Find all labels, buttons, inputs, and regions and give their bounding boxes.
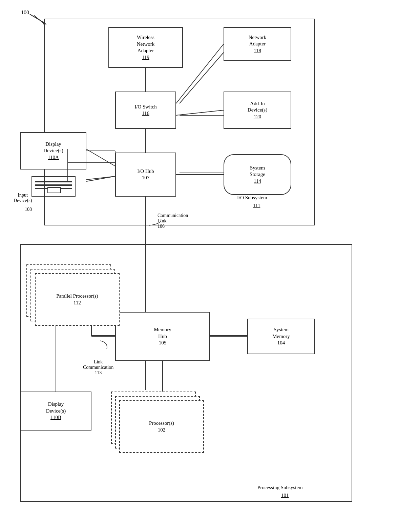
io-switch-box: I/O Switch 116 <box>115 92 176 129</box>
io-hub-label: I/O Hub <box>137 168 154 175</box>
display-device-b-number: 110B <box>50 414 61 421</box>
processing-subsystem-label: Processing Subsystem <box>257 485 303 491</box>
memory-hub-number: 105 <box>159 340 167 346</box>
wireless-network-adapter-label: WirelessNetworkAdapter <box>137 34 155 54</box>
network-adapter-label: NetworkAdapter <box>249 34 267 47</box>
add-in-device-box: Add-InDevice(s) 120 <box>224 92 291 129</box>
display-device-a-box: DisplayDevice(s) 110A <box>20 132 86 169</box>
svg-line-15 <box>30 14 45 23</box>
parallel-processors-label: Parallel Processor(s) <box>56 293 98 300</box>
processors-number: 102 <box>158 427 166 434</box>
svg-line-0 <box>34 15 44 24</box>
add-in-device-number: 120 <box>254 114 261 120</box>
add-in-device-label: Add-InDevice(s) <box>248 100 267 114</box>
network-adapter-number: 118 <box>254 47 261 54</box>
communication-link-label: CommunicationLink106 <box>158 213 188 229</box>
memory-hub-box: MemoryHub 105 <box>115 312 210 361</box>
parallel-processors-number: 112 <box>74 300 81 306</box>
link-communication-label: LinkCommunication113 <box>83 359 113 376</box>
system-storage-box: SystemStorage 114 <box>224 154 291 195</box>
display-device-b-box: DisplayDevice(s) 110B <box>20 392 91 431</box>
diagram-number: 100 <box>21 9 29 16</box>
system-storage-label: SystemStorage <box>250 165 265 178</box>
display-device-b-label: DisplayDevice(s) <box>46 401 66 414</box>
io-hub-box: I/O Hub 107 <box>115 153 176 197</box>
network-adapter-box: NetworkAdapter 118 <box>224 27 291 61</box>
display-device-a-number: 110A <box>48 154 59 161</box>
processing-subsystem-number: 101 <box>281 493 289 498</box>
processors-box: Processor(s) 102 <box>119 400 204 453</box>
io-subsystem-label: I/O Subsystem <box>237 195 267 201</box>
io-subsystem-number: 111 <box>253 203 260 208</box>
system-memory-label: SystemMemory <box>272 326 290 340</box>
wireless-network-adapter-number: 119 <box>142 54 149 61</box>
input-devices-label: InputDevice(s) <box>14 193 32 203</box>
display-device-a-label: DisplayDevice(s) <box>43 141 63 154</box>
system-storage-number: 114 <box>254 178 261 185</box>
memory-hub-label: MemoryHub <box>154 326 171 340</box>
io-switch-label: I/O Switch <box>134 104 156 111</box>
wireless-network-adapter-box: WirelessNetworkAdapter 119 <box>108 27 183 68</box>
io-hub-number: 107 <box>142 175 150 181</box>
input-devices-number: 108 <box>25 207 32 212</box>
system-memory-box: SystemMemory 104 <box>247 319 315 354</box>
system-memory-number: 104 <box>277 340 285 346</box>
parallel-processors-box: Parallel Processor(s) 112 <box>35 273 120 326</box>
processors-label: Processor(s) <box>149 420 174 427</box>
io-switch-number: 116 <box>142 110 149 117</box>
